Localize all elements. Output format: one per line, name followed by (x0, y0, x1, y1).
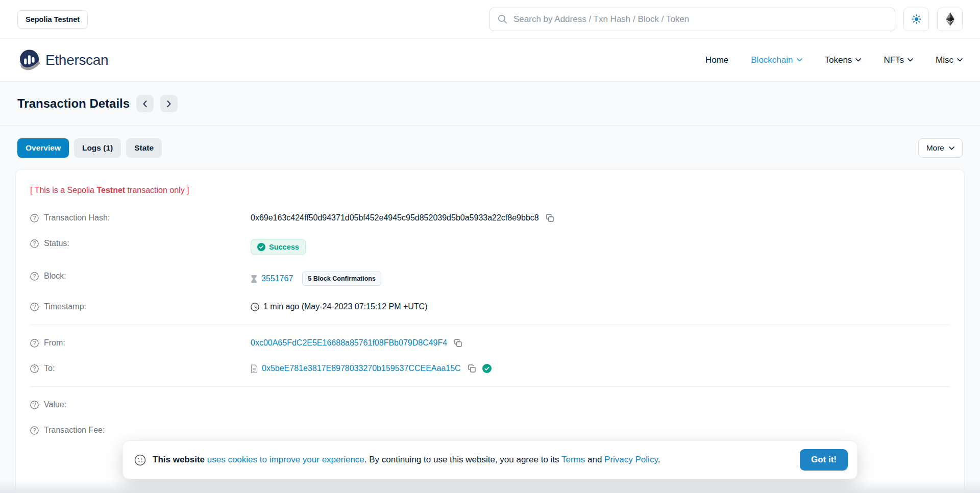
copy-icon (468, 364, 476, 373)
to-address-link[interactable]: 0x5beE781e3817E8978033270b159537CCEEAaa1… (262, 364, 461, 373)
label-text: Block: (44, 272, 66, 281)
row-label: ? To: (30, 364, 251, 373)
chevron-down-icon (908, 58, 913, 62)
cookies-info-link[interactable]: uses cookies to improve your experience (207, 455, 364, 464)
terms-link[interactable]: Terms (561, 455, 585, 464)
nav-item-misc[interactable]: Misc (936, 55, 963, 65)
tab-state[interactable]: State (126, 138, 162, 158)
help-icon[interactable]: ? (30, 303, 39, 311)
privacy-policy-link[interactable]: Privacy Policy (604, 455, 658, 464)
label-text: To: (44, 364, 55, 373)
row-transaction-hash: ? Transaction Hash: 0x69e163c424ff50d943… (30, 205, 950, 231)
label-text: Transaction Fee: (44, 426, 105, 435)
copy-from-address-button[interactable] (454, 339, 462, 348)
search-input[interactable] (513, 14, 888, 24)
label-text: Timestamp: (44, 302, 86, 311)
svg-text:?: ? (33, 402, 36, 408)
network-switch-button[interactable] (937, 8, 963, 31)
copy-to-address-button[interactable] (468, 364, 476, 373)
row-label: ? From: (30, 338, 251, 348)
row-label: ? Block: (30, 272, 251, 281)
nav-label: Home (705, 55, 728, 65)
svg-text:?: ? (33, 340, 36, 346)
chevron-down-icon (797, 58, 802, 62)
label-text: Value: (44, 400, 66, 409)
sun-icon (911, 14, 922, 24)
chevron-right-icon (167, 101, 171, 107)
nav-label: NFTs (884, 55, 904, 65)
cookie-icon (134, 454, 146, 466)
label-text: Transaction Hash: (44, 213, 110, 223)
etherscan-logo-icon (17, 48, 41, 72)
search-box[interactable] (489, 8, 895, 31)
row-value: Success (251, 239, 950, 255)
next-transaction-button[interactable] (160, 95, 178, 112)
cookie-consent-banner: This website uses cookies to improve you… (123, 441, 857, 479)
row-transaction-fee: ? Transaction Fee: (30, 417, 950, 443)
svg-text:?: ? (33, 366, 36, 372)
svg-text:?: ? (33, 274, 36, 279)
row-label: ? Transaction Hash: (30, 213, 251, 223)
topbar-right-group (489, 8, 963, 31)
help-icon[interactable]: ? (30, 401, 39, 409)
previous-transaction-button[interactable] (136, 95, 154, 112)
main-nav: Home Blockchain Tokens NFTs Misc (705, 55, 963, 65)
row-label: ? Value: (30, 400, 251, 409)
clock-icon (251, 303, 259, 311)
cookie-text-part: . By continuing to use this website, you… (364, 455, 561, 464)
row-value: 0x5beE781e3817E8978033270b159537CCEEAaa1… (251, 364, 950, 373)
cookie-text-part: . (658, 455, 660, 464)
status-text: Success (269, 243, 299, 251)
block-number-link[interactable]: 3551767 (261, 274, 293, 283)
nav-item-blockchain[interactable]: Blockchain (751, 55, 802, 65)
cookie-text-part: This website (153, 455, 207, 464)
cookie-text-part: and (585, 455, 604, 464)
row-label: ? Timestamp: (30, 302, 251, 311)
more-dropdown-button[interactable]: More (918, 138, 963, 158)
title-bar: Transaction Details (0, 82, 980, 126)
got-it-button[interactable]: Got it! (800, 449, 848, 471)
from-address-link[interactable]: 0xc00A65FdC2E5E16688a85761f08FBb079D8C49… (251, 338, 447, 348)
help-icon[interactable]: ? (30, 214, 39, 223)
help-icon[interactable]: ? (30, 339, 39, 348)
help-icon[interactable]: ? (30, 272, 39, 281)
help-icon[interactable]: ? (30, 426, 39, 435)
row-value: 0xc00A65FdC2E5E16688a85761f08FBb079D8C49… (251, 338, 950, 348)
copy-hash-button[interactable] (546, 214, 554, 223)
help-icon[interactable]: ? (30, 364, 39, 373)
nav-item-home[interactable]: Home (705, 55, 728, 65)
top-bar: Sepolia Testnet (0, 0, 980, 39)
nav-item-tokens[interactable]: Tokens (825, 55, 862, 65)
main-header: Etherscan Home Blockchain Tokens NFTs Mi… (0, 39, 980, 82)
cookie-message: This website uses cookies to improve you… (153, 455, 660, 465)
nav-label: Misc (936, 55, 953, 65)
divider (30, 386, 950, 387)
etherscan-logo[interactable]: Etherscan (17, 48, 108, 72)
nav-item-nfts[interactable]: NFTs (884, 55, 913, 65)
nav-label: Blockchain (751, 55, 793, 65)
timestamp-value: 1 min ago (May-24-2023 07:15:12 PM +UTC) (263, 302, 427, 311)
help-icon[interactable]: ? (30, 239, 39, 248)
tabs-row: Overview Logs (1) State More (0, 126, 980, 169)
svg-text:?: ? (33, 241, 36, 246)
check-circle-icon (257, 243, 265, 251)
copy-icon (454, 339, 462, 348)
row-status: ? Status: Success (30, 231, 950, 263)
chevron-down-icon (949, 146, 954, 150)
row-block: ? Block: 3551767 5 Block Confirmations (30, 263, 950, 294)
network-badge-button[interactable]: Sepolia Testnet (17, 10, 88, 29)
transaction-hash-value: 0x69e163c424ff50d94371d05bf452e4945c95d8… (251, 213, 539, 223)
nav-label: Tokens (825, 55, 852, 65)
testnet-warning: [ This is a Sepolia Testnet transaction … (30, 174, 950, 205)
status-badge: Success (251, 239, 306, 255)
divider (30, 325, 950, 325)
row-label: ? Status: (30, 239, 251, 248)
tab-overview[interactable]: Overview (17, 138, 69, 158)
theme-toggle-button[interactable] (903, 8, 929, 31)
hourglass-icon (251, 275, 257, 283)
page-title: Transaction Details (17, 96, 130, 111)
tab-logs[interactable]: Logs (1) (74, 138, 121, 158)
ethereum-icon (946, 12, 954, 26)
svg-text:?: ? (33, 428, 36, 433)
chevron-down-icon (855, 58, 861, 62)
